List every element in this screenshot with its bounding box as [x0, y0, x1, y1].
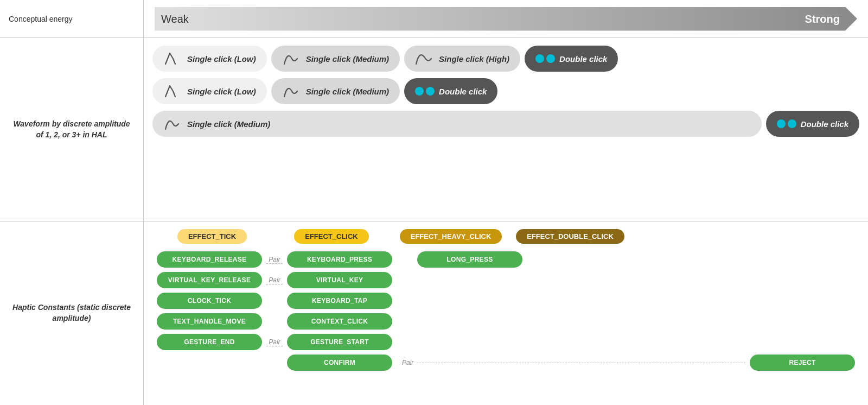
conceptual-energy-label: Conceptual energy — [0, 0, 144, 38]
medium-wave-icon-1 — [282, 49, 302, 68]
text-handle-move-btn[interactable]: TEXT_HANDLE_MOVE — [157, 313, 262, 330]
single-click-medium-pill-1[interactable]: Single click (Medium) — [271, 46, 400, 72]
medium-wave-icon-2 — [282, 81, 302, 101]
long-press-col: LONG_PRESS — [413, 251, 527, 268]
confirm-pair-line-container: Pair — [397, 359, 745, 366]
keyboard-release-btn[interactable]: KEYBOARD_RELEASE — [157, 251, 262, 268]
confirm-btn[interactable]: CONFIRM — [287, 355, 392, 371]
gradient-arrow: Weak Strong — [155, 7, 857, 31]
dot-1 — [535, 54, 544, 63]
virtual-key-release-btn[interactable]: VIRTUAL_KEY_RELEASE — [157, 272, 262, 288]
effect-heavy-click-tag[interactable]: EFFECT_HEAVY_CLICK — [400, 229, 502, 244]
single-click-medium-pill-3[interactable]: Single click (Medium) — [152, 111, 762, 137]
keyboard-tap-btn[interactable]: KEYBOARD_TAP — [287, 293, 392, 309]
reject-btn[interactable]: REJECT — [750, 355, 855, 371]
effect-tick-col: EFFECT_TICK — [152, 229, 272, 244]
pair-gesture-connector: Pair — [266, 338, 283, 346]
effect-click-tag[interactable]: EFFECT_CLICK — [294, 229, 369, 244]
double-click-pill-3[interactable]: Double click — [766, 111, 859, 137]
effect-click-col: EFFECT_CLICK — [272, 229, 391, 244]
single-click-medium-pill-2[interactable]: Single click (Medium) — [271, 78, 400, 104]
haptic-section-label: Haptic Constants (static discrete amplit… — [0, 222, 144, 405]
dot-6 — [788, 119, 796, 128]
medium-wave-icon-3 — [163, 114, 183, 134]
keyboard-release-col: KEYBOARD_RELEASE — [152, 251, 266, 268]
energy-arrow-bar: Weak Strong — [144, 0, 868, 38]
high-wave-icon — [415, 49, 435, 68]
confirm-pair-line — [417, 363, 745, 363]
single-click-low-pill-1[interactable]: Single click (Low) — [152, 46, 267, 72]
effect-double-click-col: EFFECT_DOUBLE_CLICK — [510, 229, 630, 244]
dot-4 — [426, 87, 435, 96]
waveform-row-1: Single click (Low) Single click (Medium)… — [152, 45, 859, 73]
dot-3 — [415, 87, 424, 96]
dot-2 — [546, 54, 555, 63]
pair-virtual-connector: Pair — [266, 276, 283, 284]
effect-double-click-tag[interactable]: EFFECT_DOUBLE_CLICK — [516, 229, 624, 244]
haptic-constants-area: KEYBOARD_RELEASE Pair KEYBOARD_PRESS LON… — [152, 251, 859, 371]
text-handle-col: TEXT_HANDLE_MOVE — [152, 313, 266, 330]
weak-label: Weak — [161, 12, 189, 25]
reject-col: REJECT — [745, 355, 859, 371]
strong-label: Strong — [805, 12, 840, 25]
gesture-start-col: GESTURE_START — [283, 334, 397, 350]
long-press-btn[interactable]: LONG_PRESS — [417, 251, 522, 268]
clock-tick-btn[interactable]: CLOCK_TICK — [157, 293, 262, 309]
double-dot-icon-1 — [535, 54, 555, 63]
confirm-col: CONFIRM — [283, 355, 397, 371]
keyboard-press-col: KEYBOARD_PRESS — [283, 251, 397, 268]
haptic-row-gesture: GESTURE_END Pair GESTURE_START — [152, 334, 859, 350]
waveform-content: Single click (Low) Single click (Medium)… — [144, 38, 868, 222]
virtual-key-btn[interactable]: VIRTUAL_KEY — [287, 272, 392, 288]
virtual-key-release-col: VIRTUAL_KEY_RELEASE — [152, 272, 266, 288]
haptic-row-virtual: VIRTUAL_KEY_RELEASE Pair VIRTUAL_KEY — [152, 272, 859, 288]
pair-keyboard-connector: Pair — [266, 256, 283, 264]
haptic-content: EFFECT_TICK EFFECT_CLICK EFFECT_HEAVY_CL… — [144, 222, 868, 405]
dot-5 — [777, 119, 786, 128]
haptic-row-confirm: GESTURE_END CONFIRM Pair REJECT — [152, 355, 859, 371]
single-click-high-pill[interactable]: Single click (High) — [404, 46, 520, 72]
context-click-col: CONTEXT_CLICK — [283, 313, 397, 330]
double-click-pill-1[interactable]: Double click — [525, 46, 618, 72]
waveform-section-label: Waveform by discrete amplitude of 1, 2, … — [0, 38, 144, 222]
single-click-low-pill-2[interactable]: Single click (Low) — [152, 78, 267, 104]
double-dot-icon-2 — [415, 87, 435, 96]
arrow-background — [155, 7, 857, 31]
double-dot-icon-3 — [777, 119, 796, 128]
gesture-end-col: GESTURE_END — [152, 334, 266, 350]
haptic-row-text-handle: TEXT_HANDLE_MOVE CONTEXT_CLICK — [152, 313, 859, 330]
effect-tags-row: EFFECT_TICK EFFECT_CLICK EFFECT_HEAVY_CL… — [152, 229, 859, 244]
context-click-btn[interactable]: CONTEXT_CLICK — [287, 313, 392, 330]
haptic-row-clock: CLOCK_TICK KEYBOARD_TAP — [152, 293, 859, 309]
haptic-row-keyboard: KEYBOARD_RELEASE Pair KEYBOARD_PRESS LON… — [152, 251, 859, 268]
low-wave-icon-2 — [163, 81, 183, 101]
waveform-row-3: Single click (Medium) Double click — [152, 110, 859, 138]
gesture-end-btn[interactable]: GESTURE_END — [157, 334, 262, 350]
gesture-start-btn[interactable]: GESTURE_START — [287, 334, 392, 350]
effect-tick-tag[interactable]: EFFECT_TICK — [177, 229, 247, 244]
keyboard-tap-col: KEYBOARD_TAP — [283, 293, 397, 309]
effect-heavy-click-col: EFFECT_HEAVY_CLICK — [391, 229, 510, 244]
waveform-row-2: Single click (Low) Single click (Medium)… — [152, 77, 859, 105]
keyboard-press-btn[interactable]: KEYBOARD_PRESS — [287, 251, 392, 268]
clock-tick-col: CLOCK_TICK — [152, 293, 266, 309]
low-wave-icon-1 — [163, 49, 183, 68]
double-click-pill-2[interactable]: Double click — [404, 78, 497, 104]
virtual-key-col: VIRTUAL_KEY — [283, 272, 397, 288]
